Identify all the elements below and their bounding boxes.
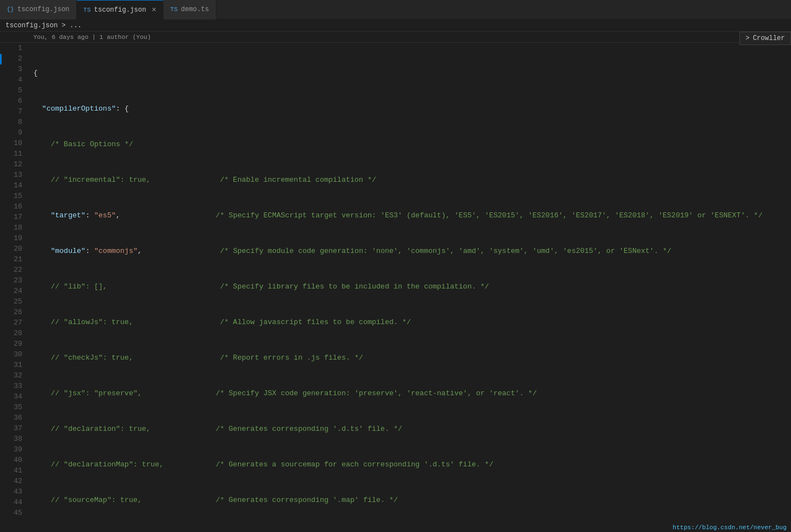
line-num-5: 5 xyxy=(11,85,22,96)
tab-tsconfig-json[interactable]: TS tsconfig.json × xyxy=(77,0,164,19)
breadcrumb: tsconfig.json > ... xyxy=(0,19,791,32)
code-line-8: // "allowJs": true, /* Allow javascript … xyxy=(33,317,791,327)
line-num-15: 15 xyxy=(11,191,22,201)
line-num-1: 1 xyxy=(11,43,22,53)
code-line-1: { xyxy=(33,68,791,78)
code-line-2: "compilerOptions": { xyxy=(33,103,791,114)
code-line-5: "target": "es5", /* Specify ECMAScript t… xyxy=(33,210,791,221)
line-num-39: 39 xyxy=(11,444,22,455)
line-numbers: 1 2 3 4 5 6 7 8 9 10 11 12 13 14 15 16 1… xyxy=(0,43,28,519)
line-num-8: 8 xyxy=(11,117,22,127)
line-num-16: 16 xyxy=(11,201,22,212)
line-num-31: 31 xyxy=(11,360,22,370)
git-change-indicator xyxy=(0,54,2,64)
line-num-26: 26 xyxy=(11,307,22,317)
code-line-7: // "lib": [], /* Specify library files t… xyxy=(33,281,791,292)
tab-bar: {} tsconfig.json TS tsconfig.json × TS d… xyxy=(0,0,791,19)
git-blame-text: You, 6 days ago | 1 author (You) xyxy=(33,34,151,41)
bottom-url-text: https://blog.csdn.net/never_bug xyxy=(673,524,787,531)
line-num-17: 17 xyxy=(11,212,22,222)
line-num-21: 21 xyxy=(11,254,22,265)
code-line-6: "module": "commonjs", /* Specify module … xyxy=(33,246,791,256)
line-num-35: 35 xyxy=(11,402,22,412)
line-num-32: 32 xyxy=(11,370,22,381)
crowller-panel[interactable]: > Crowller xyxy=(739,32,791,45)
line-num-43: 43 xyxy=(11,486,22,497)
breadcrumb-text: tsconfig.json > ... xyxy=(6,22,82,29)
line-num-45: 45 xyxy=(11,508,22,518)
line-num-12: 12 xyxy=(11,159,22,170)
line-num-23: 23 xyxy=(11,275,22,286)
line-num-6: 6 xyxy=(11,96,22,106)
line-num-19: 19 xyxy=(11,233,22,243)
crowller-arrow: > xyxy=(745,34,749,42)
line-num-4: 4 xyxy=(11,74,22,85)
line-num-34: 34 xyxy=(11,391,22,402)
line-num-36: 36 xyxy=(11,412,22,423)
line-num-42: 42 xyxy=(11,476,22,486)
tab-label-demo: demo.ts xyxy=(181,6,209,13)
line-num-29: 29 xyxy=(11,339,22,349)
line-num-37: 37 xyxy=(11,423,22,434)
line-num-33: 33 xyxy=(11,381,22,391)
code-line-10: // "jsx": "preserve", /* Specify JSX cod… xyxy=(33,388,791,399)
line-num-20: 20 xyxy=(11,243,22,254)
line-num-38: 38 xyxy=(11,434,22,444)
code-line-9: // "checkJs": true, /* Report errors in … xyxy=(33,352,791,363)
line-num-27: 27 xyxy=(11,317,22,328)
line-num-7: 7 xyxy=(11,106,22,117)
line-num-3: 3 xyxy=(11,64,22,74)
tab-label-json: tsconfig.json xyxy=(94,6,146,14)
code-content[interactable]: { "compilerOptions": { /* Basic Options … xyxy=(28,43,791,519)
line-num-10: 10 xyxy=(11,138,22,148)
code-line-12: // "declarationMap": true, /* Generates … xyxy=(33,459,791,470)
editor-area[interactable]: 1 2 3 4 5 6 7 8 9 10 11 12 13 14 15 16 1… xyxy=(0,43,791,519)
line-num-40: 40 xyxy=(11,455,22,465)
tab-tsconfig-deploy[interactable]: {} tsconfig.json xyxy=(0,0,77,19)
tab-demo-ts[interactable]: TS demo.ts xyxy=(164,0,216,19)
code-line-11: // "declaration": true, /* Generates cor… xyxy=(33,424,791,434)
line-num-28: 28 xyxy=(11,328,22,339)
crowller-label: Crowller xyxy=(753,34,785,42)
git-blame-bar: You, 6 days ago | 1 author (You) xyxy=(0,32,791,43)
code-line-3: /* Basic Options */ xyxy=(33,139,791,150)
code-line-4: // "incremental": true, /* Enable increm… xyxy=(33,175,791,185)
line-num-44: 44 xyxy=(11,497,22,508)
line-num-14: 14 xyxy=(11,180,22,191)
line-num-2: 2 xyxy=(11,53,22,64)
tab-icon-demo: TS xyxy=(170,6,177,13)
line-num-41: 41 xyxy=(11,465,22,476)
code-line-13: // "sourceMap": true, /* Generates corre… xyxy=(33,495,791,505)
tab-icon-json: TS xyxy=(83,7,91,13)
close-tab-button[interactable]: × xyxy=(152,6,156,14)
bottom-url: https://blog.csdn.net/never_bug xyxy=(668,523,791,532)
line-num-30: 30 xyxy=(11,349,22,360)
line-num-25: 25 xyxy=(11,296,22,307)
line-num-13: 13 xyxy=(11,170,22,180)
line-num-11: 11 xyxy=(11,148,22,159)
tab-label-deploy: tsconfig.json xyxy=(17,6,70,13)
line-num-24: 24 xyxy=(11,286,22,296)
line-num-9: 9 xyxy=(11,127,22,138)
line-num-22: 22 xyxy=(11,265,22,275)
line-num-18: 18 xyxy=(11,222,22,233)
tab-icon-deploy: {} xyxy=(7,6,14,13)
